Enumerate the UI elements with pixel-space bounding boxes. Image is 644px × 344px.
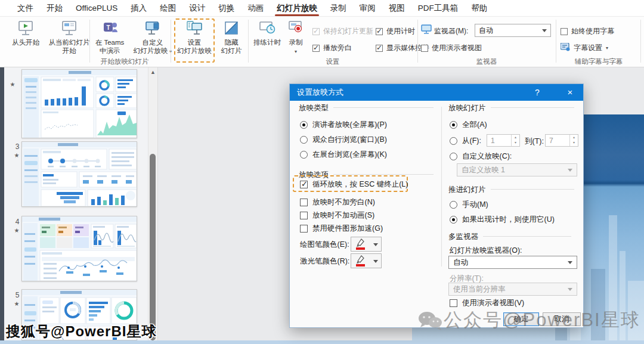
radio-icon (450, 137, 457, 145)
group-label-setup: 设置 (250, 57, 415, 66)
radio-manually[interactable]: 手动(M) (450, 200, 488, 210)
checkbox-icon (450, 299, 457, 307)
dialog-column-divider (441, 107, 442, 266)
checkbox-icon (300, 181, 308, 188)
multiple-monitors-heading: 多监视器 (448, 232, 571, 242)
setup-label-line1: 设置 (188, 39, 202, 46)
animation-star-icon: ★ (11, 152, 22, 159)
from-slide-spinner[interactable]: 1 ▴▾ (487, 134, 520, 147)
use-presenter-view-checkbox[interactable]: 使用演示者视图 (421, 43, 482, 53)
monitor-dropdown-label: 监视器(M): (434, 26, 468, 36)
radio-browsed-by-individual[interactable]: 观众自行浏览(窗口)(B) (300, 135, 387, 145)
radio-presenter-fullscreen[interactable]: 演讲者放映(全屏幕)(P) (300, 120, 387, 130)
to-label: 到(T): (525, 137, 544, 147)
use-presenter-view-label: 使用演示者视图 (432, 43, 482, 53)
slide-thumbnail[interactable] (21, 289, 137, 340)
tab-officeplus[interactable]: OfficePLUS (69, 0, 124, 17)
ribbon: 从头开始 从当前幻灯片 开始 T 在 Teams 中演示 自定义 幻灯片放映 ▾ (0, 17, 644, 67)
scrollbar-up-arrow[interactable]: ▲ (150, 69, 156, 75)
radio-custom-show[interactable]: 自定义放映(C): (450, 151, 512, 162)
checkbox-label: 放映时不加动画(S) (312, 210, 374, 221)
checkbox-loop-until-esc[interactable]: 循环放映，按 ESC 键终止(L) (300, 179, 408, 190)
checkbox-icon (312, 45, 320, 52)
radio-label: 如果出现计时，则使用它(U) (462, 215, 555, 225)
radio-browsed-at-kiosk[interactable]: 在展台浏览(全屏幕)(K) (300, 150, 387, 160)
cancel-button[interactable]: 取消 (543, 312, 581, 326)
checkbox-without-animation[interactable]: 放映时不加动画(S) (300, 210, 374, 221)
tab-file[interactable]: 文件 (11, 0, 40, 17)
from-beginning-label: 从头开始 (12, 39, 39, 46)
tab-insert[interactable]: 插入 (124, 0, 153, 17)
radio-use-timings[interactable]: 如果出现计时，则使用它(U) (450, 215, 555, 225)
radio-all-slides[interactable]: 全部(A) (450, 120, 487, 130)
tab-animations[interactable]: 动画 (241, 0, 270, 17)
animation-star-icon: ★ (7, 81, 18, 88)
ribbon-separator (248, 20, 249, 63)
teams-icon: T (101, 20, 119, 36)
custom-show-dropdown[interactable]: 自定义放映 1 (457, 163, 577, 176)
resolution-dropdown[interactable]: 使用当前分辨率 (448, 283, 577, 296)
dropdown-arrow-icon: ▾ (606, 45, 608, 51)
pen-color-picker[interactable] (351, 237, 382, 252)
checkbox-icon (300, 225, 308, 233)
slide-thumbnail[interactable] (21, 216, 137, 281)
chevron-down-icon (542, 29, 547, 32)
hide-slide-icon (222, 20, 240, 36)
radio-from-to[interactable]: 从(F): (450, 136, 481, 146)
tab-slideshow[interactable]: 幻灯片放映 (270, 0, 324, 17)
powerpoint-window: 文件 开始 OfficePLUS 插入 绘图 设计 切换 动画 幻灯片放映 录制… (0, 0, 644, 344)
tab-design[interactable]: 设计 (182, 0, 212, 17)
to-slide-spinner[interactable]: 7 ▴▾ (545, 134, 578, 147)
thumbnail-scrollbar-thumb[interactable] (150, 154, 156, 340)
pen-color-label: 绘图笔颜色(E): (300, 240, 349, 250)
show-type-heading: 放映类型 (299, 103, 434, 113)
spinner-arrows-icon[interactable]: ▴▾ (511, 135, 519, 146)
use-timings-checkbox[interactable]: 使用计时 (376, 26, 415, 36)
tab-home[interactable]: 开始 (40, 0, 69, 17)
teams-label-line1: 在 Teams (95, 39, 125, 46)
tab-transitions[interactable]: 切换 (212, 0, 241, 17)
dialog-help-button[interactable]: ? (528, 84, 546, 101)
always-use-subtitles-label: 始终使用字幕 (571, 26, 614, 36)
tab-pdf-tools[interactable]: PDF工具箱 (411, 0, 465, 17)
spinner-arrows-icon[interactable]: ▴▾ (569, 135, 578, 146)
checkbox-icon (376, 45, 383, 52)
window-left-edge (0, 67, 4, 340)
to-slide-value: 7 (549, 137, 553, 145)
slide-thumbnail-pane: ★ (4, 67, 148, 340)
subtitle-settings-label: 字幕设置 (574, 43, 602, 53)
tab-view[interactable]: 视图 (382, 0, 411, 17)
checkbox-label: 使用演示者视图(V) (462, 298, 524, 308)
always-use-subtitles-checkbox[interactable]: 始终使用字幕 (561, 26, 614, 36)
play-from-start-icon (17, 20, 35, 36)
custom-slideshow-icon (144, 20, 162, 36)
ok-button[interactable]: 确定 (503, 312, 539, 326)
slide-thumbnail[interactable] (21, 69, 137, 138)
radio-label: 手动(M) (462, 200, 488, 210)
radio-icon (300, 136, 308, 144)
checkbox-icon (300, 199, 308, 206)
radio-label: 全部(A) (462, 120, 487, 130)
keep-slides-updated-checkbox[interactable]: 保持幻灯片更新 (312, 26, 373, 36)
dialog-close-button[interactable]: × (557, 84, 583, 101)
custom-show-value: 自定义放映 1 (462, 165, 505, 175)
slide-thumbnail[interactable] (21, 141, 137, 207)
tab-review[interactable]: 审阅 (353, 0, 382, 17)
tab-record[interactable]: 录制 (324, 0, 353, 17)
play-narrations-checkbox[interactable]: 播放旁白 (312, 43, 352, 53)
rehearse-timings-icon (258, 20, 276, 36)
hide-label-line1: 隐藏 (225, 39, 239, 46)
laser-color-picker[interactable] (351, 253, 382, 268)
subtitle-settings-button[interactable]: 字幕设置 ▾ (561, 43, 608, 53)
tab-draw[interactable]: 绘图 (153, 0, 182, 17)
checkbox-use-presenter-view[interactable]: 使用演示者视图(V) (450, 298, 524, 308)
slideshow-monitor-dropdown[interactable]: 自动 (448, 256, 577, 269)
checkbox-disable-hardware-acceleration[interactable]: 禁用硬件图形加速(G) (300, 224, 383, 234)
radio-icon (300, 151, 308, 159)
checkbox-icon (421, 45, 428, 52)
monitor-dropdown[interactable]: 自动 (475, 24, 551, 37)
checkbox-without-narration[interactable]: 放映时不加旁白(N) (300, 197, 375, 207)
checkbox-icon (376, 28, 383, 35)
from-slide-value: 1 (491, 137, 495, 145)
tab-help[interactable]: 帮助 (465, 0, 494, 17)
